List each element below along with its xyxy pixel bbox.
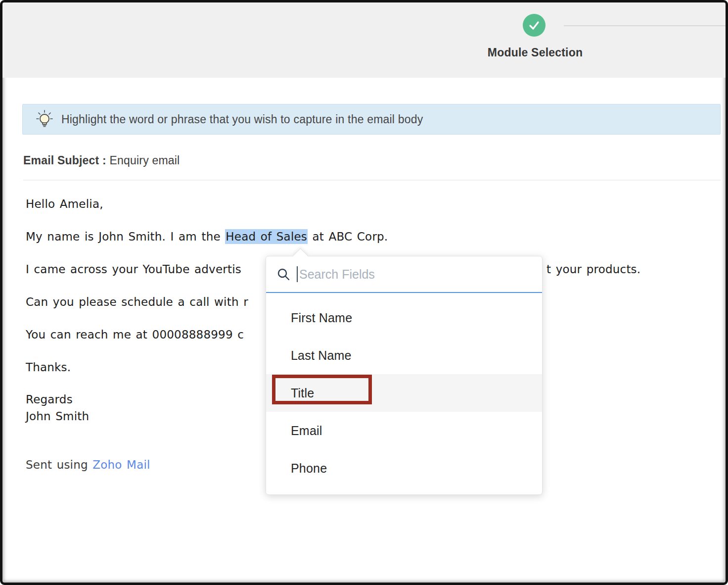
dropdown-item-first-name[interactable]: First Name <box>266 299 542 337</box>
dropdown-item-title[interactable]: Title <box>266 374 542 412</box>
field-search-row <box>266 256 542 293</box>
footer-prefix: Sent using <box>26 458 92 471</box>
search-fields-input[interactable] <box>299 267 531 282</box>
intro-after: at ABC Corp. <box>308 230 388 243</box>
body-line-intro[interactable]: My name is John Smith. I am the Head of … <box>26 230 388 243</box>
body-line-thanks[interactable]: Thanks. <box>26 361 71 374</box>
dropdown-item-email[interactable]: Email <box>266 412 542 449</box>
search-icon <box>277 268 290 281</box>
body-line-came-right[interactable]: t your products. <box>546 263 640 276</box>
intro-before: My name is John Smith. I am the <box>26 230 225 243</box>
module-selection-screen: Module Selection Highlight the word or p… <box>0 0 728 585</box>
body-line-call[interactable]: Can you please schedule a call with r <box>26 295 248 308</box>
body-line-signature[interactable]: John Smith <box>26 410 89 423</box>
dropdown-item-last-name[interactable]: Last Name <box>266 337 542 374</box>
highlighted-phrase[interactable]: Head of Sales <box>225 229 308 244</box>
field-picker-dropdown: First Name Last Name Title Email Phone <box>266 256 543 495</box>
body-line-reach[interactable]: You can reach me at 00008888999 c <box>26 328 244 341</box>
text-cursor <box>297 266 298 282</box>
body-line-regards[interactable]: Regards <box>26 393 73 406</box>
body-line-came-left[interactable]: I came across your YouTube advertis <box>26 263 241 276</box>
body-line-footer: Sent using Zoho Mail <box>26 458 150 471</box>
body-line-greeting[interactable]: Hello Amelia, <box>26 197 103 210</box>
zoho-mail-link[interactable]: Zoho Mail <box>92 458 150 471</box>
dropdown-item-phone[interactable]: Phone <box>266 449 542 487</box>
field-list: First Name Last Name Title Email Phone <box>266 294 542 494</box>
